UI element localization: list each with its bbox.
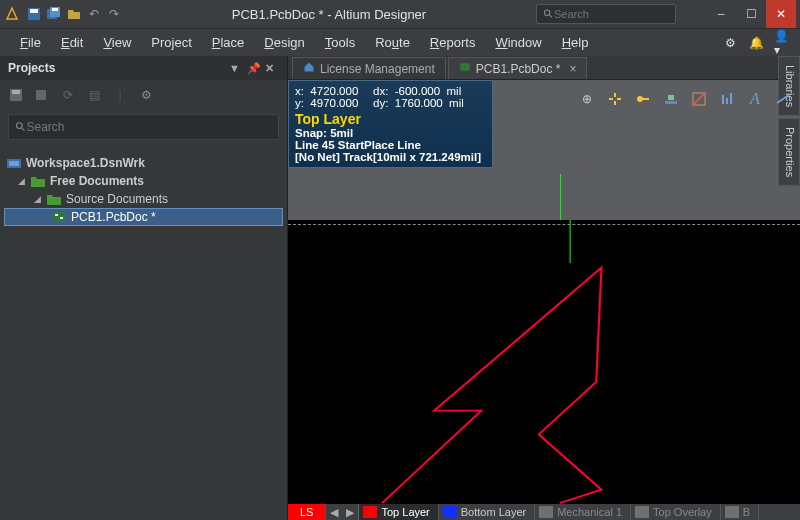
hud-layer: Top Layer [295,111,486,127]
side-tab-properties[interactable]: Properties [778,118,800,186]
menu-tools[interactable]: Tools [315,31,365,54]
main-area: License Management PCB1.PcbDoc * × x: 47… [288,56,800,520]
tab-pcb-doc[interactable]: PCB1.PcbDoc * × [448,57,588,79]
hud-snap: Snap: 5mil [295,127,486,139]
key-icon[interactable] [634,90,652,108]
pcb-doc-icon [459,61,471,76]
redo-icon[interactable]: ↷ [106,6,122,22]
projects-tree: Workspace1.DsnWrk ◢ Free Documents ◢ Sou… [0,144,287,230]
layer-tab-top-overlay[interactable]: Top Overlay [631,504,721,520]
svg-point-5 [544,10,549,15]
svg-rect-20 [665,101,677,104]
pcb-tracks [288,220,800,504]
search-icon [15,121,26,133]
text-icon[interactable]: A [746,90,764,108]
layer-tab-top[interactable]: Top Layer [359,504,438,520]
svg-rect-4 [52,8,58,11]
layer-tab-more[interactable]: B [721,504,759,520]
clear-icon[interactable] [774,90,792,108]
settings-icon[interactable]: ⚙ [722,35,738,51]
tab-close-icon[interactable]: × [569,62,576,76]
panel-close-icon[interactable]: ✕ [265,62,279,75]
right-side-tabs: Libraries Properties [778,56,800,188]
close-button[interactable]: ✕ [766,0,796,28]
maximize-button[interactable]: ☐ [736,0,766,28]
projects-toolbar: ⟳ ▤ | ⚙ [0,80,287,110]
svg-rect-9 [36,90,46,100]
layer-tab-bottom[interactable]: Bottom Layer [439,504,535,520]
layer-nav-next[interactable]: ▶ [342,506,358,519]
layer-nav-prev[interactable]: ◀ [326,506,342,519]
open-icon[interactable] [66,6,82,22]
collapse-icon[interactable]: ◢ [18,176,30,186]
menu-help[interactable]: Help [552,31,599,54]
menu-place[interactable]: Place [202,31,255,54]
undo-icon[interactable]: ↶ [86,6,102,22]
menu-file[interactable]: File [10,31,51,54]
menu-window[interactable]: Window [485,31,551,54]
global-search[interactable] [536,4,676,24]
menu-route[interactable]: Route [365,31,420,54]
menu-project[interactable]: Project [141,31,201,54]
hud-line: Line 45 StartPlace Line [295,139,486,151]
tree-free-documents[interactable]: ◢ Free Documents [4,172,283,190]
svg-rect-16 [60,217,63,219]
svg-rect-26 [730,93,732,104]
svg-line-6 [549,15,552,18]
proj-compile-icon[interactable] [34,87,50,103]
svg-line-23 [693,93,705,105]
canvas-toolbar: ⊕ A [578,90,792,108]
global-search-input[interactable] [554,8,669,20]
tree-pcb-doc[interactable]: PCB1.PcbDoc * [4,208,283,226]
svg-rect-13 [9,161,19,166]
home-icon [303,61,315,76]
save-all-icon[interactable] [46,6,62,22]
svg-rect-24 [722,95,724,104]
measure-icon[interactable] [718,90,736,108]
menu-reports[interactable]: Reports [420,31,486,54]
menu-edit[interactable]: Edit [51,31,93,54]
title-bar: ↶ ↷ PCB1.PcbDoc * - Altium Designer – ☐ … [0,0,800,28]
proj-save-icon[interactable] [8,87,24,103]
tree-label: PCB1.PcbDoc * [71,210,156,224]
tree-label: Workspace1.DsnWrk [26,156,145,170]
pcb-board-area[interactable] [288,220,800,504]
menu-design[interactable]: Design [254,31,314,54]
folder-icon [30,174,46,188]
layer-ls[interactable]: LS [288,504,326,520]
collapse-icon[interactable]: ◢ [34,194,46,204]
svg-rect-8 [12,90,20,94]
tree-workspace[interactable]: Workspace1.DsnWrk [4,154,283,172]
panel-pin-icon[interactable]: 📌 [247,62,261,75]
save-icon[interactable] [26,6,42,22]
tab-license-management[interactable]: License Management [292,57,446,79]
projects-panel: Projects ▼ 📌 ✕ ⟳ ▤ | ⚙ Workspace1.DsnWrk… [0,56,288,520]
svg-line-11 [21,128,24,131]
align-icon[interactable] [662,90,680,108]
user-menu-icon[interactable]: 👤▾ [774,35,790,51]
layer-tab-mech1[interactable]: Mechanical 1 [535,504,631,520]
notifications-icon[interactable]: 🔔 [748,35,764,51]
svg-rect-19 [642,98,649,100]
projects-search-input[interactable] [26,120,272,134]
document-tabs: License Management PCB1.PcbDoc * × [288,56,800,80]
zoom-icon[interactable]: ⊕ [578,90,596,108]
proj-filter-icon[interactable]: ▤ [86,87,102,103]
svg-rect-1 [30,9,38,13]
selection-icon[interactable] [606,90,624,108]
proj-refresh-icon[interactable]: ⟳ [60,87,76,103]
tree-source-documents[interactable]: ◢ Source Documents [4,190,283,208]
tab-label: License Management [320,62,435,76]
panel-dropdown-icon[interactable]: ▼ [229,62,243,74]
search-icon [543,8,554,20]
tree-label: Source Documents [66,192,168,206]
svg-rect-14 [53,212,65,222]
workspace-icon [6,156,22,170]
svg-line-27 [777,95,789,103]
minimize-button[interactable]: – [706,0,736,28]
pcb-canvas[interactable]: x: 4720.000 dx: -600.000 mil y: 4970.000… [288,80,800,520]
proj-settings-icon[interactable]: ⚙ [138,87,154,103]
menu-view[interactable]: View [93,31,141,54]
diff-icon[interactable] [690,90,708,108]
projects-search[interactable] [8,114,279,140]
